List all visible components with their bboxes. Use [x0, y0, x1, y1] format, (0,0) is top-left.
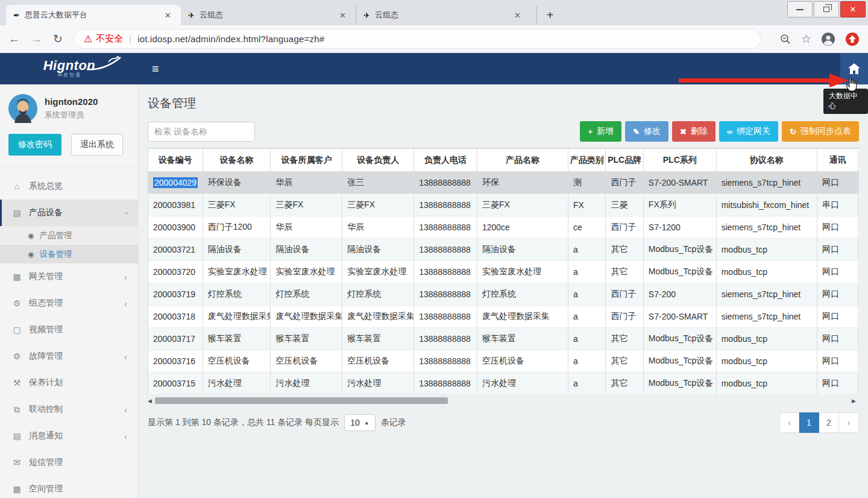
table-row[interactable]: 200003721隔油设备隔油设备隔油设备13888888888隔油设备a其它M… — [148, 239, 860, 261]
column-header-clipped — [858, 149, 859, 172]
cell: Modbus_Tcp设备 — [643, 239, 716, 261]
browser-tab-2[interactable]: ✈ 云组态 ✕ — [181, 5, 356, 25]
sidebar-toggle-hamburger-icon[interactable]: ≡ — [139, 53, 172, 84]
cell: 200003716 — [148, 350, 203, 373]
refresh-icon: ↻ — [790, 127, 796, 136]
hdd-icon: ▦ — [11, 484, 23, 494]
search-input[interactable] — [148, 122, 255, 142]
page-button-1[interactable]: 1 — [799, 412, 819, 433]
forward-icon[interactable]: → — [31, 33, 42, 46]
scroll-right-icon[interactable]: ▶ — [852, 398, 859, 404]
cell: siemens_s7tcp_hinet — [716, 172, 817, 194]
window-close-button[interactable]: ✕ — [840, 1, 866, 17]
chevron-left-icon: ‹ — [124, 351, 127, 362]
cell: S7-1200 — [643, 216, 716, 239]
sidebar-item-产品设备[interactable]: ▤产品设备‹ — [0, 200, 138, 226]
cell: 其它 — [606, 350, 643, 373]
sidebar-item-空间管理[interactable]: ▦空间管理 — [0, 476, 138, 498]
cell: 13888888888 — [414, 328, 477, 350]
sidebar-item-保养计划[interactable]: ⚒保养计划 — [0, 370, 138, 396]
bookmark-star-icon[interactable]: ☆ — [801, 32, 811, 46]
sidebar-item-短信管理[interactable]: ✉短信管理 — [0, 449, 138, 476]
browser-tab-3[interactable]: ✈ 云组态 ✕ — [356, 5, 530, 25]
table-row[interactable]: 200003716空压机设备空压机设备空压机设备13888888888空压机设备… — [148, 350, 860, 373]
cell: 其它 — [606, 328, 643, 350]
cell: 隔油设备 — [477, 239, 568, 261]
table-row[interactable]: 200003718废气处理数据采集废气处理数据采集废气处理数据采集1388888… — [148, 306, 860, 328]
table-row[interactable]: 200003715污水处理污水处理污水处理13888888888污水处理a其它M… — [148, 373, 860, 395]
back-icon[interactable]: ← — [8, 33, 20, 46]
chevron-left-icon: ‹ — [124, 272, 127, 282]
tab-close-icon[interactable]: ✕ — [162, 10, 174, 21]
cell: 三菱 — [606, 194, 643, 216]
tab-title: 思普云大数据平台 — [25, 10, 162, 20]
link-icon: ∞ — [727, 127, 732, 136]
cell: 张三 — [342, 172, 414, 194]
browser-update-icon[interactable] — [845, 32, 860, 46]
zoom-out-icon[interactable] — [779, 33, 791, 45]
table-row[interactable]: 200003717猴车装置猴车装置猴车装置13888888888猴车装置a其它M… — [148, 328, 860, 350]
submenu-item-设备管理[interactable]: ◉设备管理 — [0, 245, 138, 263]
logout-button[interactable]: 退出系统 — [71, 134, 123, 156]
device-table-wrap: 设备编号设备名称设备所属客户设备负责人负责人电话产品名称产品类别PLC品牌PLC… — [148, 148, 859, 395]
sidebar-item-联动控制[interactable]: ⧉联动控制‹ — [0, 396, 138, 423]
删除-button[interactable]: ✖删除 — [672, 121, 715, 142]
cell: FX — [568, 194, 605, 216]
cell: 实验室废水处理 — [477, 261, 568, 283]
table-row[interactable]: 200003719灯控系统灯控系统灯控系统13888888888灯控系统a西门子… — [148, 283, 860, 306]
cell: 网口 — [817, 283, 858, 306]
cell: 隔油设备 — [203, 239, 271, 261]
sidebar-item-视频管理[interactable]: ▢视频管理 — [0, 317, 138, 343]
cell: 其它 — [606, 261, 643, 283]
table-row[interactable]: 200003720实验室废水处理实验室废水处理实验室废水处理1388888888… — [148, 261, 860, 283]
page-size-select[interactable]: 10 ▲ — [344, 414, 376, 431]
cell: Modbus_Tcp设备 — [643, 373, 716, 395]
cell: mitsubishi_fxcom_hinet — [716, 194, 817, 216]
sidebar-item-故障管理[interactable]: ⚙故障管理‹ — [0, 343, 138, 370]
submenu-item-产品管理[interactable]: ◉产品管理 — [0, 226, 138, 245]
table-row[interactable]: 200003900西门子1200华辰华辰138888888881200cece西… — [148, 216, 860, 239]
window-restore-button[interactable] — [814, 1, 839, 17]
change-password-button[interactable]: 修改密码 — [8, 134, 61, 156]
sidebar-item-label: 网关管理 — [29, 271, 63, 282]
home-icon: ⌂ — [11, 181, 23, 191]
profile-icon[interactable] — [821, 32, 835, 46]
scrollbar-thumb[interactable] — [155, 397, 448, 404]
sidebar-item-label: 故障管理 — [29, 351, 63, 362]
cell: 实验室废水处理 — [342, 261, 414, 283]
new-tab-button[interactable]: + — [536, 6, 555, 24]
reload-icon[interactable]: ↻ — [53, 32, 63, 46]
table-row[interactable]: 200004029环保设备华辰张三13888888888环保测西门子S7-200… — [148, 172, 860, 194]
window-minimize-button[interactable] — [787, 1, 813, 17]
close-icon: ✕ — [850, 5, 857, 14]
table-row[interactable]: 200003981三菱FX三菱FX三菱FX13888888888三菱FXFX三菱… — [148, 194, 860, 216]
big-data-center-home-button[interactable] — [840, 53, 868, 84]
sidebar-item-系统总览[interactable]: ⌂系统总览 — [0, 173, 138, 200]
browser-tab-1[interactable]: ✒ 思普云大数据平台 ✕ — [6, 5, 181, 25]
sidebar-item-组态管理[interactable]: ⚙组态管理‹ — [0, 290, 138, 317]
sidebar-item-消息通知[interactable]: ▤消息通知‹ — [0, 423, 138, 449]
cell: 200003720 — [148, 261, 203, 283]
cell: 实验室废水处理 — [271, 261, 342, 283]
sidebar-item-label: 组态管理 — [29, 298, 63, 309]
cell: S7-200-SMART — [643, 172, 716, 194]
tab-close-icon[interactable]: ✕ — [512, 10, 523, 21]
page-button-2[interactable]: 2 — [819, 412, 839, 433]
cell: 网口 — [817, 261, 858, 283]
新增-button[interactable]: +新增 — [580, 121, 621, 142]
sidebar-item-label: 空间管理 — [29, 484, 63, 494]
强制同步点表-button[interactable]: ↻强制同步点表 — [782, 121, 859, 142]
修改-button[interactable]: ✎修改 — [625, 121, 668, 142]
tab-close-icon[interactable]: ✕ — [337, 10, 348, 21]
dot-circle-icon: ◉ — [28, 232, 34, 240]
cell: 灯控系统 — [342, 283, 414, 306]
next-page-button[interactable]: › — [839, 412, 859, 433]
page-size-value: 10 — [350, 418, 360, 427]
home-icon — [848, 63, 860, 74]
address-bar[interactable]: ⚠ 不安全 | iot.idosp.net/admin/index.html?l… — [74, 29, 761, 49]
previous-page-button[interactable]: ‹ — [779, 412, 799, 433]
sidebar-item-网关管理[interactable]: ▦网关管理‹ — [0, 263, 138, 290]
cell: 200003981 — [148, 194, 203, 216]
绑定网关-button[interactable]: ∞绑定网关 — [719, 121, 778, 142]
scroll-left-icon[interactable]: ◀ — [148, 398, 155, 404]
